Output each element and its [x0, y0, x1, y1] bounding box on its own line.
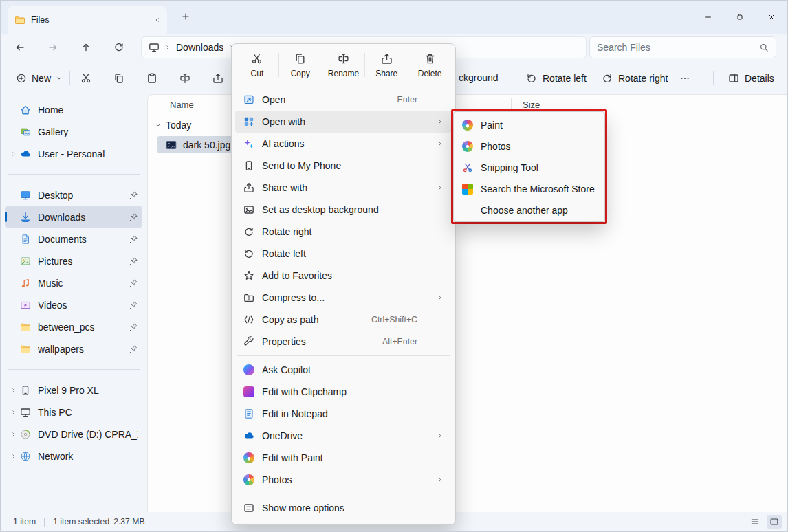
sidebar-item-label: Network	[38, 451, 138, 462]
sidebar-item-home[interactable]: Home	[5, 99, 142, 120]
details-button[interactable]: Details	[723, 67, 780, 89]
selection-size: 2.37 MB	[113, 517, 144, 527]
sidebar-item-desktop[interactable]: Desktop	[5, 184, 142, 206]
delete-button[interactable]: Delete	[408, 49, 451, 80]
menu-item-ai-actions[interactable]: AI actions	[235, 133, 452, 155]
paste-button[interactable]	[138, 67, 166, 89]
more-options-button[interactable]	[673, 67, 697, 89]
folder-icon	[14, 14, 25, 25]
menu-item-open-with[interactable]: Open with	[235, 111, 452, 133]
column-header-size[interactable]: Size	[523, 100, 540, 110]
expand-chevron-icon[interactable]	[9, 409, 19, 416]
music-icon	[20, 278, 31, 289]
minimize-button[interactable]	[692, 1, 724, 34]
quick-action-label: Share	[375, 69, 397, 78]
refresh-icon	[113, 42, 124, 53]
menu-item-set-as-desktop-background[interactable]: Set as desktop background	[235, 199, 452, 221]
menu-item-onedrive[interactable]: OneDrive	[235, 425, 452, 447]
copy-button[interactable]	[105, 67, 133, 89]
show-more-icon	[243, 502, 254, 513]
menu-item-properties[interactable]: PropertiesAlt+Enter	[235, 331, 452, 353]
sidebar-item-network[interactable]: Network	[5, 445, 142, 467]
cut-button[interactable]	[72, 67, 100, 89]
menu-item-edit-with-clipchamp[interactable]: Edit with Clipchamp	[235, 381, 452, 403]
share-button[interactable]	[204, 67, 232, 89]
breadcrumb-downloads[interactable]: Downloads	[176, 42, 223, 53]
copy-button[interactable]: Copy	[279, 49, 322, 80]
rename-button[interactable]	[171, 67, 199, 89]
submenu-item-paint[interactable]: Paint	[457, 114, 602, 135]
sidebar-item-between-pcs[interactable]: between_pcs	[5, 316, 142, 337]
thumbnail-view-button[interactable]	[767, 515, 782, 529]
copilot-icon	[243, 364, 254, 375]
close-button[interactable]	[756, 1, 787, 34]
new-icon	[16, 73, 27, 84]
sidebar-item-documents[interactable]: Documents	[5, 228, 142, 250]
menu-item-send-to-my-phone[interactable]: Send to My Phone	[235, 155, 452, 177]
maximize-button[interactable]	[724, 1, 756, 34]
menu-item-rotate-left[interactable]: Rotate left	[235, 243, 452, 265]
onedrive-icon	[243, 430, 254, 441]
menu-item-ask-copilot[interactable]: Ask Copilot	[235, 359, 452, 381]
search-box[interactable]	[589, 36, 776, 58]
item-count: 1 item	[13, 517, 36, 527]
rotate-left-button[interactable]: Rotate left	[521, 67, 592, 89]
expand-chevron-icon[interactable]	[9, 151, 19, 157]
submenu-item-snipping-tool[interactable]: Snipping Tool	[457, 157, 602, 178]
refresh-button[interactable]	[107, 36, 131, 59]
rotate-right-button[interactable]: Rotate right	[596, 67, 673, 89]
collapse-chevron-icon[interactable]	[155, 122, 162, 129]
expand-chevron-icon[interactable]	[9, 453, 19, 460]
sidebar-item-downloads[interactable]: Downloads	[5, 206, 142, 228]
menu-item-edit-in-notepad[interactable]: Edit in Notepad	[235, 403, 452, 425]
sidebar-item-user-personal[interactable]: User - Personal	[5, 143, 142, 164]
tab-files[interactable]: Files	[8, 6, 167, 34]
pin-icon	[129, 256, 138, 266]
rename-button[interactable]: Rename	[322, 49, 365, 80]
sidebar-item-pixel-9-pro-xl[interactable]: Pixel 9 Pro XL	[5, 379, 142, 401]
tab-close-icon[interactable]	[153, 16, 160, 23]
menu-item-show-more-options[interactable]: Show more options	[235, 497, 452, 519]
expand-chevron-icon[interactable]	[9, 387, 19, 394]
forward-button[interactable]	[41, 36, 65, 59]
menu-item-edit-with-paint[interactable]: Edit with Paint	[235, 447, 452, 469]
set-background-button-partial[interactable]: ckground	[459, 72, 499, 83]
group-header-today[interactable]: Today	[155, 120, 191, 131]
column-header-name[interactable]: Name	[170, 100, 194, 110]
share-button[interactable]: Share	[365, 49, 408, 80]
new-button[interactable]: New	[9, 67, 69, 89]
cut-button[interactable]: Cut	[236, 49, 278, 80]
back-button[interactable]	[8, 36, 32, 59]
submenu-item-search-the-microsoft-store[interactable]: Search the Microsoft Store	[457, 178, 602, 199]
submenu-chevron-icon	[437, 432, 444, 439]
search-input[interactable]	[597, 42, 759, 53]
sidebar-item-dvd-drive-d-cpra-x64fre[interactable]: DVD Drive (D:) CPRA_X64FRE_	[5, 423, 142, 445]
menu-item-open[interactable]: OpenEnter	[235, 89, 452, 111]
up-button[interactable]	[74, 36, 98, 59]
sidebar-item-wallpapers[interactable]: wallpapers	[5, 338, 142, 359]
menu-item-photos[interactable]: Photos	[235, 469, 452, 491]
details-pane-icon	[728, 73, 739, 84]
sidebar-item-this-pc[interactable]: This PC	[5, 401, 142, 423]
pictures-icon	[20, 256, 31, 267]
sidebar-item-gallery[interactable]: Gallery	[5, 121, 142, 142]
menu-item-add-to-favorites[interactable]: Add to Favorites	[235, 265, 452, 287]
sidebar-item-music[interactable]: Music	[5, 272, 142, 293]
submenu-item-photos[interactable]: Photos	[457, 135, 602, 157]
expand-chevron-icon[interactable]	[9, 431, 19, 438]
sidebar-item-videos[interactable]: Videos	[5, 294, 142, 315]
chevron-spacer	[9, 214, 19, 221]
menu-item-share-with[interactable]: Share with	[235, 177, 452, 199]
details-view-button[interactable]	[747, 515, 763, 529]
submenu-item-choose-another-app[interactable]: Choose another app	[457, 199, 602, 221]
menu-item-label: Rotate right	[262, 226, 311, 237]
sidebar-item-pictures[interactable]: Pictures	[5, 250, 142, 271]
home-icon	[20, 104, 31, 115]
menu-item-rotate-right[interactable]: Rotate right	[235, 221, 452, 243]
menu-item-copy-as-path[interactable]: Copy as pathCtrl+Shift+C	[235, 309, 452, 331]
snipping-icon	[462, 162, 473, 173]
rotate-right-icon	[602, 73, 613, 84]
menu-item-compress-to[interactable]: Compress to...	[235, 287, 452, 309]
new-tab-button[interactable]	[181, 12, 190, 21]
paint-icon	[462, 120, 473, 131]
